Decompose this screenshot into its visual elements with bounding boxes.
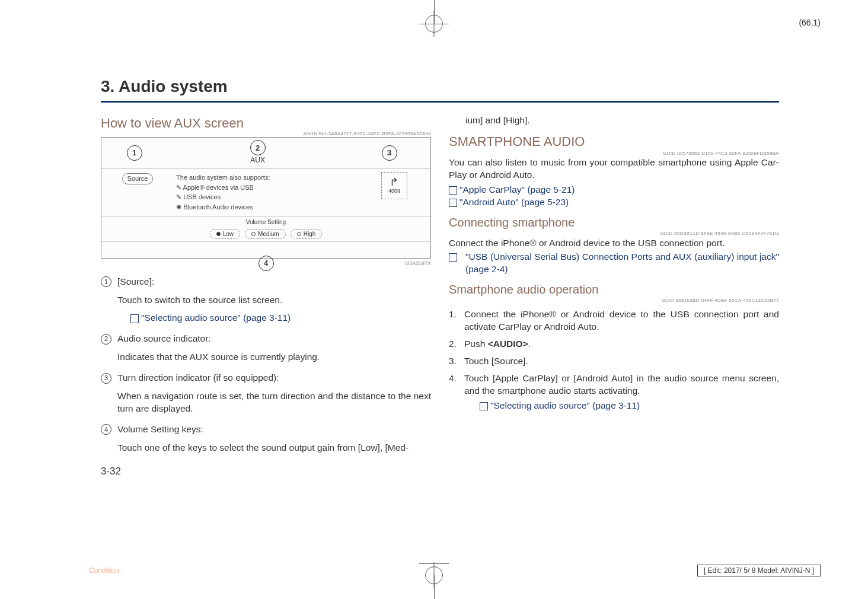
aux-line-apple: ✎ Apple® devices via USB (176, 183, 356, 192)
step-3: Touch [Source]. (464, 355, 779, 368)
item-4-title: Volume Setting keys: (117, 423, 431, 436)
connecting-guid: GUID-85D99C1D-8F8E-4540-A0B8-CE584A4F7ED… (449, 231, 779, 237)
ref-icon: ☞ (480, 402, 488, 410)
aux-volume-label: Volume Setting (101, 216, 430, 229)
operation-guid: GUID-869103BD-04F6-4DB6-95CA-456C13C02B7… (449, 298, 779, 304)
list-marker-2: 2 (101, 334, 111, 345)
item-4-body: Touch one of the keys to select the soun… (117, 442, 431, 454)
step-num-3: 3. (449, 355, 464, 368)
item-3-title: Turn direction indicator (if so equipped… (117, 372, 431, 384)
aux-source-button: Source (122, 173, 154, 184)
callout-list: 1 [Source]: Touch to switch to the sourc… (101, 276, 431, 454)
heading-rule (101, 101, 779, 103)
page-number-top: (66,1) (799, 18, 821, 27)
condition-label: Condition: (89, 566, 121, 575)
ref-icon: ☞ (449, 186, 457, 195)
item-3-body: When a navigation route is set, the turn… (117, 390, 431, 415)
callout-2: 2 (250, 140, 266, 155)
ref-icon: ☞ (130, 314, 139, 323)
item-1-link: "Selecting audio source" (page 3-11) (141, 313, 291, 323)
aux-line-bt: ✱ Bluetooth Audio devices (176, 203, 356, 212)
page-number-bottom: 3-32 (101, 465, 431, 479)
list-marker-3: 3 (101, 373, 111, 384)
connecting-title: Connecting smartphone (449, 215, 779, 231)
aux-vol-high: High (291, 229, 323, 240)
carplay-link: "Apple CarPlay" (page 5-21) (459, 184, 575, 195)
carry-over-text: ium] and [High]. (449, 114, 779, 127)
operation-steps: 1.Connect the iPhone® or Android device … (449, 308, 779, 397)
aux-turn-distance: 400ft (388, 187, 400, 195)
smartphone-audio-guid: GUID-09570053-D159-44C3-92FA-82928FDB59B… (449, 151, 779, 157)
step-num-1: 1. (449, 308, 464, 333)
connecting-body: Connect the iPhone® or Android device to… (449, 237, 779, 250)
smartphone-audio-body: You can also listen to music from your c… (449, 157, 779, 181)
step-4: Touch [Apple CarPlay] or [Android Auto] … (464, 372, 779, 397)
operation-title: Smartphone audio operation (449, 282, 779, 298)
step-1: Connect the iPhone® or Android device to… (464, 308, 779, 333)
turn-arrow-icon: ↱ (390, 177, 398, 187)
aux-header: AUX (250, 155, 265, 165)
usb-link: "USB (Universal Serial Bus) Connection P… (465, 251, 779, 276)
step-2: Push <AUDIO>. (464, 338, 779, 351)
howto-title: How to view AUX screen (101, 114, 431, 132)
operation-link: "Selecting audio source" (page 3-11) (490, 400, 640, 410)
android-auto-link: "Android Auto" (page 5-23) (459, 197, 569, 207)
item-2-title: Audio source indicator: (117, 333, 431, 345)
list-marker-1: 1 (101, 276, 111, 287)
ref-icon: ☞ (449, 199, 457, 207)
item-2-body: Indicates that the AUX source is current… (117, 351, 431, 364)
aux-vol-low: Low (210, 229, 240, 240)
callout-1: 1 (127, 145, 142, 161)
ref-icon: ☞ (449, 253, 457, 262)
edit-info: [ Edit: 2017/ 5/ 8 Model: AIVINJ-N ] (697, 565, 821, 576)
callout-3: 3 (382, 145, 397, 161)
step-num-4: 4. (449, 372, 464, 397)
aux-vol-medium: Medium (245, 229, 286, 240)
item-1-body: Touch to switch to the source list scree… (117, 294, 431, 307)
aux-line-usb: ✎ USB devices (176, 193, 356, 202)
aux-supports-text: The audio system also supports: (176, 173, 356, 182)
chapter-title: 3. Audio system (101, 77, 779, 96)
aux-turn-indicator: ↱ 400ft (381, 172, 407, 199)
list-marker-4: 4 (101, 424, 111, 435)
step-num-2: 2. (449, 338, 464, 351)
smartphone-audio-title: SMARTPHONE AUDIO (449, 133, 779, 151)
item-1-title: [Source]: (117, 276, 431, 288)
callout-4: 4 (259, 256, 274, 271)
aux-screen-image: 1 2 AUX 3 Source The audio system also s… (101, 137, 431, 259)
